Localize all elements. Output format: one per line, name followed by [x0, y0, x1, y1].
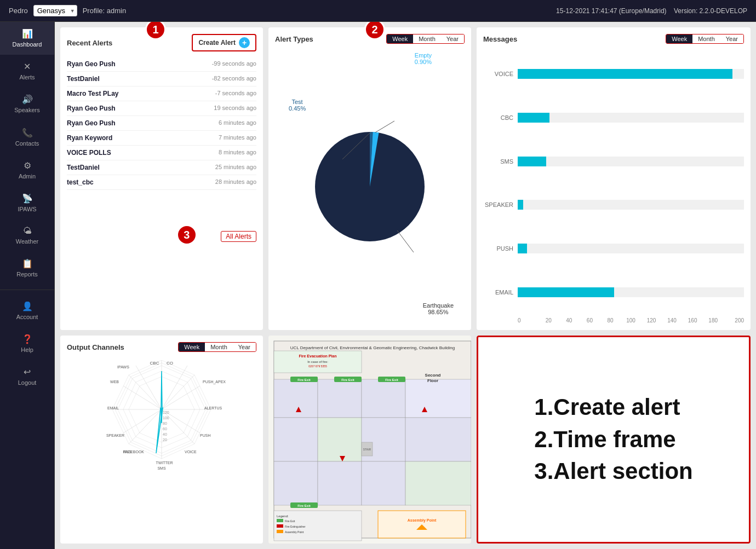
output-channels-card: Output Channels Week Month Year [60, 336, 263, 544]
sidebar-item-reports[interactable]: 📋 Reports [0, 252, 54, 285]
alert-item: Ryan Geo Push -99 seconds ago [67, 57, 256, 72]
output-time-btn-year[interactable]: Year [233, 343, 256, 351]
create-alert-label: Create Alert [198, 39, 236, 47]
svg-text:SMS: SMS [157, 466, 166, 470]
topbar-version: Version: 2.2.0-DEVELOP [674, 7, 747, 15]
alert-item: Ryan Geo Push 19 seconds ago [67, 101, 256, 116]
annotation-card: 1.Create alert 2.Time frame 3.Alert sect… [477, 336, 751, 544]
svg-text:In case of fire:: In case of fire: [307, 360, 328, 363]
svg-text:Second: Second [425, 373, 441, 378]
time-btn-week[interactable]: Week [387, 34, 413, 43]
svg-text:60: 60 [163, 427, 167, 431]
recent-alerts-title: Recent Alerts [67, 39, 112, 47]
svg-text:Fire Evacuation Plan: Fire Evacuation Plan [299, 354, 337, 358]
pie-label-empty: Empty0.90% [415, 52, 432, 65]
axis-140: 140 [662, 317, 683, 323]
sidebar-label-weather: Weather [16, 238, 38, 245]
messages-time-btn-week[interactable]: Week [666, 34, 692, 43]
bar-row-voice: VOICE [483, 69, 744, 79]
svg-text:ALERTUS: ALERTUS [204, 406, 222, 410]
sidebar-label-admin: Admin [19, 173, 36, 180]
svg-line-3 [375, 121, 394, 132]
messages-time-buttons: Week Month Year [666, 34, 744, 44]
alert-item: Ryan Geo Push 6 minutes ago [67, 116, 256, 131]
sidebar-item-help[interactable]: ❓ Help [0, 327, 54, 360]
sidebar: 📊 Dashboard ✕ Alerts 🔊 Speakers 📞 Contac… [0, 22, 55, 549]
alert-list[interactable]: Ryan Geo Push -99 seconds ago TestDaniel… [67, 57, 256, 221]
messages-time-btn-year[interactable]: Year [720, 34, 743, 43]
cards-row-1: 1 Recent Alerts Create Alert + Ryan Geo … [60, 27, 751, 330]
bar-track-push [518, 244, 744, 253]
bar-row-speaker: SPEAKER [483, 200, 744, 210]
svg-line-21 [162, 366, 187, 409]
bar-track-email [518, 287, 744, 297]
app-selector[interactable]: Genasys [33, 5, 77, 16]
svg-rect-77 [277, 524, 283, 528]
sidebar-item-alerts[interactable]: ✕ Alerts [0, 55, 54, 88]
svg-text:Fire Exit: Fire Exit [285, 519, 295, 523]
pie-label-test: Test0.45% [289, 99, 306, 112]
admin-icon: ⚙ [24, 160, 31, 171]
messages-time-btn-month[interactable]: Month [692, 34, 720, 43]
bar-row-email: EMAIL [483, 287, 744, 297]
annotation-text: 1.Create alert 2.Time frame 3.Alert sect… [534, 391, 692, 488]
topbar: Pedro Genasys Profile: admin 15-12-2021 … [0, 0, 756, 22]
svg-rect-61 [405, 461, 471, 505]
recent-alerts-card: 1 Recent Alerts Create Alert + Ryan Geo … [60, 27, 263, 330]
output-time-btn-week[interactable]: Week [179, 343, 205, 351]
sidebar-item-account[interactable]: 👤 Account [0, 294, 54, 327]
svg-rect-58 [274, 461, 318, 505]
bar-fill-push [518, 244, 527, 253]
svg-text:Fire Exit: Fire Exit [341, 378, 354, 382]
svg-text:Assembly Point: Assembly Point [285, 530, 304, 534]
annotation-line-2: 2.Time frame [534, 424, 692, 456]
ipaws-icon: 📡 [22, 193, 33, 204]
svg-text:RSS: RSS [124, 450, 132, 454]
output-channels-title: Output Channels [67, 343, 124, 351]
create-alert-plus-icon: + [239, 37, 250, 48]
sidebar-item-speakers[interactable]: 🔊 Speakers [0, 88, 54, 120]
sidebar-label-account: Account [16, 314, 38, 321]
svg-text:120: 120 [163, 411, 169, 414]
bar-label-push: PUSH [483, 245, 513, 252]
svg-text:PUSH_APEX: PUSH_APEX [203, 380, 226, 384]
svg-text:CBC: CBC [150, 361, 159, 366]
svg-text:SPEAKER: SPEAKER [106, 434, 124, 437]
all-alerts-link[interactable]: All Alerts [221, 231, 256, 242]
sidebar-item-dashboard[interactable]: 📊 Dashboard [0, 22, 54, 55]
svg-rect-75 [277, 519, 283, 522]
svg-line-1 [397, 230, 414, 252]
step-badge-3: 3 [176, 224, 197, 245]
time-btn-month[interactable]: Month [413, 34, 441, 43]
sidebar-item-logout[interactable]: ↩ Logout [0, 360, 54, 393]
bar-fill-voice [518, 69, 732, 79]
output-time-btn-month[interactable]: Month [205, 343, 233, 351]
bar-row-cbc: CBC [483, 113, 744, 123]
messages-bar-chart: VOICE CBC SMS [483, 49, 744, 314]
topbar-left: Pedro Genasys Profile: admin [9, 5, 126, 16]
svg-rect-53 [405, 379, 471, 418]
svg-rect-79 [277, 530, 283, 533]
bar-label-speaker: SPEAKER [483, 201, 513, 208]
bar-track-cbc [518, 113, 744, 123]
sidebar-label-speakers: Speakers [14, 107, 39, 114]
svg-text:20: 20 [163, 438, 167, 442]
bar-fill-email [518, 287, 614, 297]
bar-row-sms: SMS [483, 157, 744, 166]
sidebar-item-admin[interactable]: ⚙ Admin [0, 154, 54, 187]
svg-text:PUSH: PUSH [200, 434, 210, 437]
sidebar-item-contacts[interactable]: 📞 Contacts [0, 121, 54, 154]
sidebar-item-weather[interactable]: 🌤 Weather [0, 219, 54, 252]
sidebar-item-ipaws[interactable]: 📡 IPAWS [0, 187, 54, 219]
create-alert-button[interactable]: Create Alert + [192, 34, 256, 51]
time-btn-year[interactable]: Year [441, 34, 464, 43]
layout: 📊 Dashboard ✕ Alerts 🔊 Speakers 📞 Contac… [0, 22, 756, 549]
axis-200: 200 [723, 317, 744, 323]
app-selector-wrapper[interactable]: Genasys [33, 5, 77, 16]
account-icon: 👤 [22, 301, 33, 311]
bar-fill-speaker [518, 200, 523, 210]
alert-types-time-buttons: Week Month Year [386, 34, 465, 44]
bar-label-sms: SMS [483, 158, 513, 165]
weather-icon: 🌤 [23, 226, 32, 236]
axis-100: 100 [621, 317, 642, 323]
